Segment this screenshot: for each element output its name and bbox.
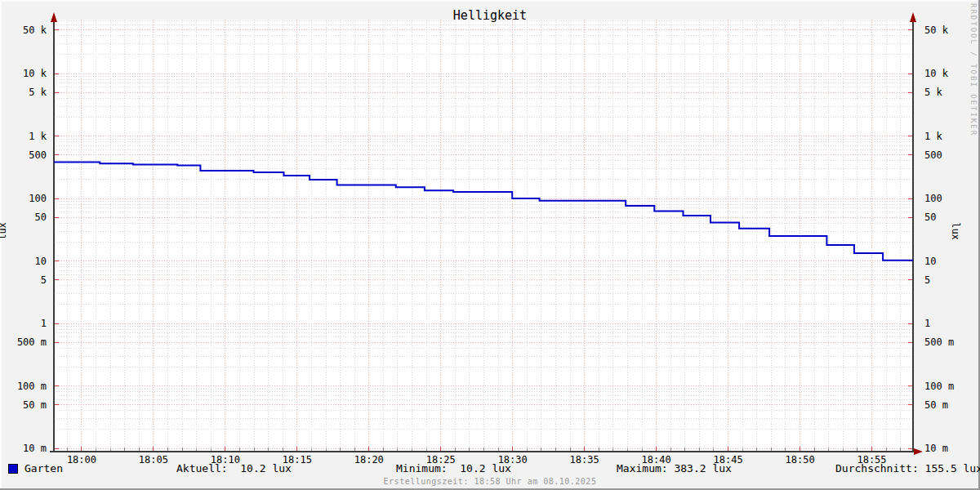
stat-durchschnitt: Durchschnitt: 155.5 lux (835, 462, 980, 474)
y-tick-label: 5 k (29, 87, 47, 98)
y-tick-label: 50 (35, 212, 47, 223)
chart-title: Helligkeit (0, 8, 980, 23)
y-tick-label: 10 m (23, 443, 47, 454)
y-tick-label: 1 k (29, 131, 47, 142)
y-tick-label: 1 (41, 318, 47, 329)
y-tick-label: 5 k (924, 87, 942, 98)
y-tick-label: 100 m (924, 381, 954, 392)
legend: Garten Aktuell: 10.2 lux Minimum: 10.2 l… (0, 462, 980, 477)
y-tick-label: 10 k (23, 68, 47, 79)
y-tick-label: 1 (924, 318, 930, 329)
creation-time: Erstellungszeit: 18:58 Uhr am 08.10.2025 (0, 477, 980, 486)
y-tick-label: 500 m (924, 336, 954, 348)
y-tick-label: 10 m (924, 443, 948, 454)
y-tick-label: 5 (924, 274, 930, 286)
y-tick-label: 50 k (23, 24, 47, 36)
y-tick-label: 500 (924, 149, 942, 161)
plot-area: 50 k10 k5 k1 k500100501051500 m100 m50 m… (0, 0, 980, 490)
y-tick-label: 100 m (17, 381, 47, 392)
y-tick-labels-left: 50 k10 k5 k1 k500100501051500 m100 m50 m… (17, 24, 47, 454)
y-axis-label-right: lux (949, 222, 962, 240)
y-tick-label: 500 (29, 149, 47, 161)
stat-minimum: Minimum: 10.2 lux (396, 462, 511, 474)
y-tick-label: 10 k (924, 68, 949, 79)
y-tick-label: 10 (924, 256, 936, 267)
rrdtool-graph: 50 k10 k5 k1 k500100501051500 m100 m50 m… (0, 0, 980, 490)
y-tick-label: 50 k (924, 24, 949, 36)
y-tick-label: 100 (29, 193, 47, 204)
y-tick-label: 1 k (924, 131, 942, 142)
y-tick-label: 100 (924, 193, 942, 204)
right-arrow (914, 448, 923, 455)
y-axis-label-left: lux (0, 222, 9, 240)
y-tick-label: 50 m (924, 399, 948, 411)
series-label: Garten (24, 462, 63, 474)
stat-maximum: Maximum: 383.2 lux (617, 462, 732, 474)
y-tick-label: 500 m (17, 336, 47, 348)
y-tick-label: 50 m (23, 399, 47, 411)
stat-aktuell: Aktuell: 10.2 lux (176, 462, 292, 474)
y-tick-label: 50 (924, 212, 936, 223)
series-color-swatch (8, 464, 18, 474)
y-tick-label: 10 (35, 256, 47, 267)
y-tick-label: 5 (41, 274, 47, 286)
rrdtool-watermark: RRDTOOL / TOBI OETIKER (969, 3, 978, 136)
